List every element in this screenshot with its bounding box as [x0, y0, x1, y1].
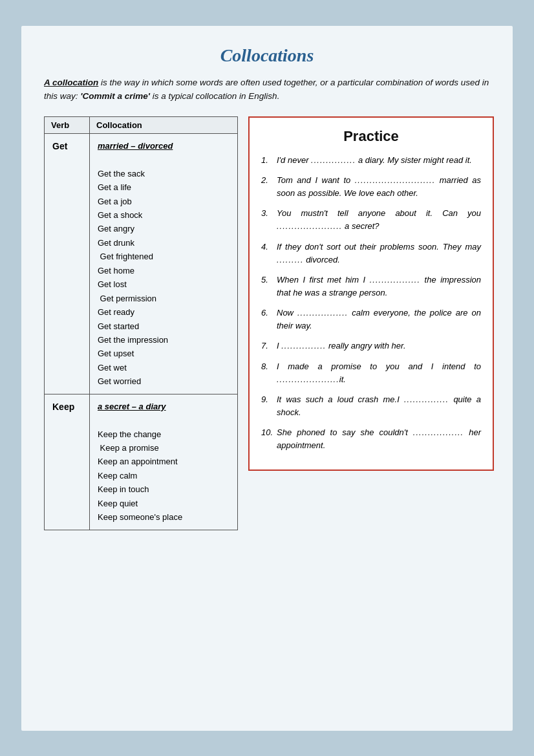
- list-item: You mustn't tell anyone about it. Can yo…: [261, 207, 481, 233]
- list-item: She phoned to say she couldn't .........…: [261, 426, 481, 452]
- table-header-verb: Verb: [45, 116, 90, 133]
- example-collocation: 'Commit a crime': [80, 91, 150, 101]
- term-collocation: A collocation: [44, 78, 98, 87]
- collocations-table: Verb Collocation Get married – divorced …: [44, 116, 238, 530]
- page-title: Collocations: [44, 45, 490, 66]
- table-header-collocation: Collocation: [90, 116, 238, 133]
- table-row: Keep a secret – a diary Keep the change …: [45, 394, 238, 530]
- get-highlight: married – divorced: [98, 141, 173, 151]
- table-row: Get married – divorced Get the sack Get …: [45, 133, 238, 394]
- list-item: Now ................. calm everyone, the…: [261, 307, 481, 332]
- get-collocations: married – divorced Get the sack Get a li…: [90, 133, 238, 394]
- verb-get: Get: [45, 133, 90, 394]
- list-item: If they don't sort out their problems so…: [261, 241, 481, 266]
- practice-list: I'd never ............... a diary. My si…: [261, 154, 481, 453]
- list-item: I'd never ............... a diary. My si…: [261, 154, 481, 167]
- list-item: It was such a loud crash me.I ..........…: [261, 393, 481, 419]
- list-item: I made a promise to you and I intend to …: [261, 360, 481, 386]
- main-content: Verb Collocation Get married – divorced …: [44, 116, 490, 530]
- practice-title: Practice: [261, 128, 481, 145]
- definition-text: A collocation is the way in which some w…: [44, 76, 490, 103]
- practice-box: ESLprintables.com Practice I'd never ...…: [248, 116, 494, 471]
- list-item: I ............... really angry with her.: [261, 340, 481, 352]
- verb-keep: Keep: [45, 394, 90, 530]
- list-item: Tom and I want to ......................…: [261, 174, 481, 200]
- keep-highlight: a secret – a diary: [98, 402, 166, 411]
- keep-collocations: a secret – a diary Keep the change Keep …: [90, 394, 238, 530]
- page: Collocations A collocation is the way in…: [21, 26, 513, 731]
- list-item: When I first met him I .................…: [261, 274, 481, 299]
